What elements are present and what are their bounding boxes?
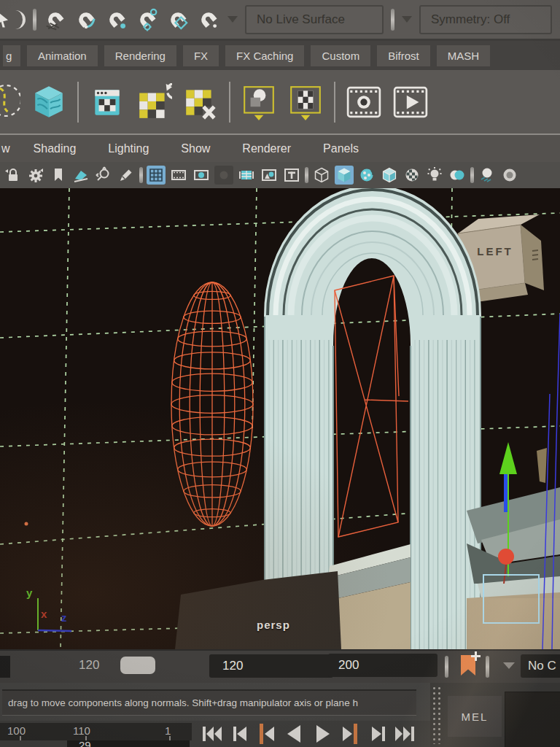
play-forwards-button[interactable]	[312, 724, 334, 744]
playback-end-field[interactable]: 120	[209, 654, 333, 678]
pan-zoom-icon[interactable]	[94, 166, 113, 185]
view-cube-face-label[interactable]: LEFT	[467, 245, 524, 258]
character-set-field[interactable]: No C	[521, 654, 560, 678]
cursor-icon	[0, 12, 8, 28]
stray-vertex	[25, 522, 28, 526]
textured-mode-icon[interactable]	[357, 166, 376, 185]
axis-x-label: x	[41, 608, 47, 620]
foreground-silhouette	[175, 571, 341, 649]
film-gate-icon[interactable]	[169, 166, 188, 185]
pencil-context-icon[interactable]	[117, 166, 136, 185]
resolution-gate-icon[interactable]	[192, 166, 211, 185]
animation-end-field[interactable]: 200	[328, 654, 438, 677]
camera-attributes-icon[interactable]	[26, 166, 45, 185]
step-back-frame-button[interactable]	[229, 724, 251, 744]
field-chart-icon[interactable]	[237, 166, 256, 185]
live-surface-label: No Live Surface	[257, 12, 345, 27]
snap-to-projected-center-icon[interactable]	[136, 8, 159, 31]
panel-menu-show[interactable]: Show	[165, 142, 226, 155]
shelf-separator	[77, 82, 79, 123]
curve-tool-icon[interactable]	[0, 82, 20, 123]
live-surface-field[interactable]: No Live Surface	[245, 5, 384, 34]
render-sequence-icon[interactable]	[392, 83, 429, 121]
shelf-tab-bar: g Animation Rendering FX FX Caching Cust…	[0, 41, 560, 70]
all-lights-icon[interactable]	[425, 166, 444, 185]
grid-toggle-button[interactable]	[147, 166, 166, 185]
panel-menu-lighting[interactable]: Lighting	[92, 142, 165, 155]
viewport-toolbar	[0, 162, 560, 188]
fluid-cube-icon[interactable]	[31, 83, 67, 121]
snap-to-grid-icon[interactable]	[44, 8, 67, 31]
command-line-language-button[interactable]: MEL	[448, 696, 502, 737]
panel-drag-handle[interactable]	[432, 686, 442, 744]
toolbar-separator	[486, 656, 489, 678]
make-live-icon[interactable]	[197, 8, 220, 31]
command-line-zone: MEL	[430, 683, 560, 747]
play-backwards-button[interactable]	[283, 724, 305, 744]
hud-text-icon[interactable]	[282, 166, 301, 185]
range-slider-handle[interactable]	[120, 657, 155, 674]
shelf-tab-fx[interactable]: FX	[183, 45, 219, 66]
camera-label: persp	[257, 619, 290, 631]
smooth-shade-mode-button[interactable]	[335, 166, 354, 185]
wireframe-sphere[interactable]	[171, 282, 253, 526]
shelf-tab-custom[interactable]: Custom	[311, 45, 370, 66]
axis-z-label: z	[61, 611, 67, 624]
bookmark-plus-icon	[475, 651, 477, 661]
shelf-tab-rigging[interactable]: g	[3, 45, 20, 66]
lock-camera-icon[interactable]	[4, 166, 23, 185]
curve-handle-icon	[15, 10, 26, 29]
snap-options-caret-icon[interactable]	[228, 16, 238, 23]
axis-y-label: y	[26, 587, 32, 599]
grid-plane-icon[interactable]	[71, 166, 90, 185]
start-time-field[interactable]	[0, 656, 10, 678]
wireframe-plane[interactable]	[335, 276, 408, 537]
shelf	[0, 70, 560, 133]
panel-menu-view[interactable]: w	[0, 142, 18, 155]
panel-menu-panels[interactable]: Panels	[307, 142, 375, 155]
shelf-tab-fx-caching[interactable]: FX Caching	[225, 45, 304, 66]
toolbar-separator[interactable]	[33, 9, 36, 31]
ambient-occlusion-icon[interactable]	[500, 166, 519, 185]
image-plane-icon[interactable]	[260, 166, 279, 185]
go-to-end-button[interactable]	[394, 724, 416, 744]
shelf-tab-animation[interactable]: Animation	[27, 45, 98, 66]
script-input-field[interactable]	[505, 692, 560, 747]
shelf-tab-mash[interactable]: MASH	[437, 45, 490, 66]
shelf-tab-bifrost[interactable]: Bifrost	[377, 45, 430, 66]
shadows-icon[interactable]	[478, 166, 497, 185]
panel-menu-shading[interactable]: Shading	[18, 142, 93, 155]
symmetry-field[interactable]: Symmetry: Off	[419, 5, 552, 34]
wireframe-on-shaded-icon[interactable]	[380, 166, 399, 185]
shelf-tab-rendering[interactable]: Rendering	[104, 45, 176, 66]
gate-mask-icon[interactable]	[214, 166, 233, 185]
time-slider-ticks[interactable]: 100 110 1	[0, 723, 192, 740]
symmetry-caret-icon[interactable]	[402, 16, 412, 23]
tick-label: 100	[7, 724, 26, 737]
viewport[interactable]: persp LEFT y x z	[0, 188, 560, 649]
default-material-icon[interactable]	[402, 166, 421, 185]
render-diagnostics-icon[interactable]	[287, 83, 324, 121]
render-snapshot-icon[interactable]	[241, 83, 277, 121]
snap-to-view-plane-icon[interactable]	[166, 8, 190, 31]
two-sided-lighting-icon[interactable]	[448, 166, 467, 185]
panel-menu-renderer[interactable]: Renderer	[226, 142, 307, 155]
step-forward-frame-button[interactable]	[368, 724, 389, 744]
current-frame-field[interactable]: 29	[67, 740, 190, 747]
wireframe-mode-icon[interactable]	[312, 166, 331, 185]
add-bookmark-icon[interactable]	[461, 655, 475, 676]
snap-to-curve-icon[interactable]	[74, 8, 98, 31]
ipr-render-icon[interactable]	[346, 83, 382, 121]
render-view-icon[interactable]	[89, 83, 125, 121]
playhead-value: 120	[79, 658, 99, 673]
go-to-start-button[interactable]	[201, 724, 223, 744]
character-set-caret-icon[interactable]	[503, 662, 515, 669]
step-back-key-button[interactable]	[255, 724, 277, 744]
snap-to-point-icon[interactable]	[105, 8, 128, 31]
panel-menubar: w Shading Lighting Show Renderer Panels	[0, 133, 560, 162]
cancel-render-icon[interactable]	[182, 83, 219, 121]
toolbar-separator[interactable]	[391, 9, 394, 31]
step-forward-key-button[interactable]	[340, 724, 362, 744]
bookmark-view-icon[interactable]	[49, 166, 68, 185]
redo-render-icon[interactable]	[136, 83, 172, 121]
